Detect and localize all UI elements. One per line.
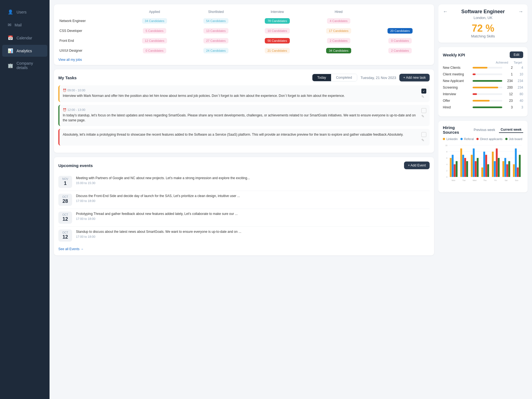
add-task-button[interactable]: + Add new task bbox=[399, 74, 430, 81]
kpi-row: Interview 12 80 bbox=[443, 92, 523, 96]
event-day: 12 bbox=[61, 234, 69, 240]
task-checkbox[interactable] bbox=[421, 108, 426, 113]
legend-item: Referal bbox=[460, 137, 474, 141]
kpi-achieved: 200 bbox=[504, 86, 513, 89]
legend-dot bbox=[443, 138, 445, 140]
job-cell: 27 Candidates bbox=[185, 36, 247, 46]
sidebar-item-users[interactable]: 👤 Users bbox=[2, 6, 47, 18]
kpi-row: Hired 3 3 bbox=[443, 105, 523, 109]
sidebar-item-company[interactable]: 🏢 Company details bbox=[2, 58, 47, 73]
kpi-col-headers: Achieved Target bbox=[443, 61, 523, 64]
svg-rect-24 bbox=[504, 158, 506, 177]
events-header: Upcoming events + Add Event bbox=[58, 162, 430, 169]
svg-rect-20 bbox=[462, 155, 464, 177]
event-day: 1 bbox=[61, 181, 69, 186]
sidebar-item-mail[interactable]: ✉ Mail bbox=[2, 19, 47, 31]
task-item: ⏰ 09:00 - 10:00 Interview with Mark Norm… bbox=[58, 85, 430, 102]
sidebar-item-analytics[interactable]: 📊 Analytics bbox=[2, 45, 47, 57]
kpi-bar-container bbox=[473, 87, 502, 88]
kpi-row-label: New Clients bbox=[443, 66, 470, 70]
tab-completed[interactable]: Completed bbox=[331, 74, 357, 81]
kpi-bar bbox=[473, 106, 502, 108]
kpi-row-label: Hired bbox=[443, 105, 470, 109]
svg-text:Fri: Fri bbox=[495, 179, 497, 181]
svg-text:6: 6 bbox=[446, 157, 448, 159]
kpi-bar bbox=[473, 73, 476, 75]
job-card-header: ← Software Engineer → bbox=[443, 9, 523, 15]
legend-dot bbox=[476, 138, 479, 140]
kpi-target: 234 bbox=[515, 86, 523, 89]
kpi-row-label: New Applicant bbox=[443, 79, 470, 83]
event-item: OCT 12 Prototyping Thread and gather fee… bbox=[58, 209, 430, 227]
kpi-row: Offer 23 40 bbox=[443, 99, 523, 103]
kpi-achieved: 3 bbox=[504, 105, 513, 109]
events-list: NOV 1 Meeting with Partners of Google an… bbox=[58, 173, 430, 244]
legend-label: Linkedin bbox=[446, 137, 458, 141]
job-title: Software Engineer bbox=[461, 9, 505, 15]
add-event-button[interactable]: + Add Event bbox=[404, 162, 430, 169]
job-match-label: Matching Skills bbox=[443, 34, 523, 38]
event-date-badge: OCT 12 bbox=[58, 212, 72, 224]
kpi-row: Client meeting 1 10 bbox=[443, 72, 523, 76]
task-checkbox[interactable]: ✓ bbox=[421, 89, 426, 94]
svg-rect-30 bbox=[496, 149, 498, 177]
job-name-cell: Front End bbox=[57, 36, 124, 46]
svg-text:Sun: Sun bbox=[515, 179, 518, 181]
kpi-bar-container bbox=[473, 80, 502, 82]
tab-today[interactable]: Today bbox=[312, 74, 331, 81]
sidebar-label-users: Users bbox=[17, 10, 27, 14]
svg-rect-27 bbox=[464, 158, 466, 177]
kpi-bar bbox=[473, 80, 502, 82]
job-cell: 0 Candidates bbox=[124, 46, 185, 56]
task-checkbox[interactable] bbox=[421, 132, 426, 137]
svg-rect-36 bbox=[487, 164, 489, 177]
col-hired: Hired bbox=[308, 8, 369, 16]
kpi-target: 10 bbox=[515, 72, 523, 76]
task-item: ⏰ 12:00 - 13:00 In today's standup, let'… bbox=[58, 105, 430, 126]
task-edit-icon[interactable]: ✎ bbox=[421, 114, 426, 118]
sidebar-item-calendar[interactable]: 📅 Calendar bbox=[2, 32, 47, 44]
svg-rect-31 bbox=[506, 164, 508, 177]
event-date-badge: OCT 12 bbox=[58, 229, 72, 242]
task-edit-icon[interactable]: ✎ bbox=[421, 138, 426, 142]
job-next-button[interactable]: → bbox=[518, 9, 523, 15]
event-month: OCT bbox=[61, 231, 69, 234]
hs-tab-prev[interactable]: Previous week bbox=[472, 127, 497, 133]
users-icon: 👤 bbox=[8, 9, 13, 15]
svg-rect-23 bbox=[494, 161, 496, 177]
event-month: OCT bbox=[61, 195, 69, 198]
job-prev-button[interactable]: ← bbox=[443, 9, 448, 15]
job-cell: 13 Candidates bbox=[185, 26, 247, 36]
main-content: Applied Shortlisted Interview Hired Netw… bbox=[50, 0, 438, 399]
event-time: 17:00 to 18:00 bbox=[76, 199, 240, 203]
col-shortlisted: Shortlisted bbox=[185, 8, 247, 16]
svg-text:4: 4 bbox=[446, 163, 448, 165]
legend-dot bbox=[505, 138, 508, 140]
kpi-edit-button[interactable]: Edit bbox=[510, 51, 523, 58]
hs-tab-curr[interactable]: Current week bbox=[499, 127, 523, 133]
event-item: OCT 12 Standup to discuss about the late… bbox=[58, 227, 430, 244]
svg-rect-14 bbox=[471, 155, 473, 177]
svg-text:0: 0 bbox=[446, 176, 448, 178]
kpi-bar-container bbox=[473, 93, 502, 95]
sidebar-label-company: Company details bbox=[17, 61, 42, 70]
svg-rect-38 bbox=[508, 161, 510, 177]
kpi-rows: New Clients 2 4 Client meeting 1 10 New … bbox=[443, 66, 523, 109]
svg-rect-39 bbox=[519, 155, 521, 177]
task-edit-icon[interactable]: ✎ bbox=[421, 95, 426, 99]
event-date-badge: OCT 28 bbox=[58, 194, 72, 206]
legend-item: Direct applicants bbox=[476, 137, 502, 141]
view-all-jobs-link[interactable]: View all my jobs bbox=[57, 56, 83, 62]
job-cell: 10 Candidates bbox=[247, 26, 308, 36]
kpi-bar-container bbox=[473, 67, 502, 69]
see-all-events-link[interactable]: See all Events → bbox=[58, 247, 430, 251]
job-card: ← Software Engineer → London, UK 72 % Ma… bbox=[438, 4, 528, 43]
task-actions: ✎ bbox=[421, 132, 426, 142]
job-cell: 5 Candidates bbox=[124, 26, 185, 36]
sidebar-label-mail: Mail bbox=[15, 23, 22, 27]
job-name-cell: Network Engineer bbox=[57, 16, 124, 26]
svg-rect-32 bbox=[517, 168, 519, 177]
job-cell: 34 Candidates bbox=[308, 46, 369, 56]
event-item: NOV 1 Meeting with Partners of Google an… bbox=[58, 173, 430, 191]
task-time: ⏰ 09:00 - 10:00 bbox=[63, 89, 418, 92]
